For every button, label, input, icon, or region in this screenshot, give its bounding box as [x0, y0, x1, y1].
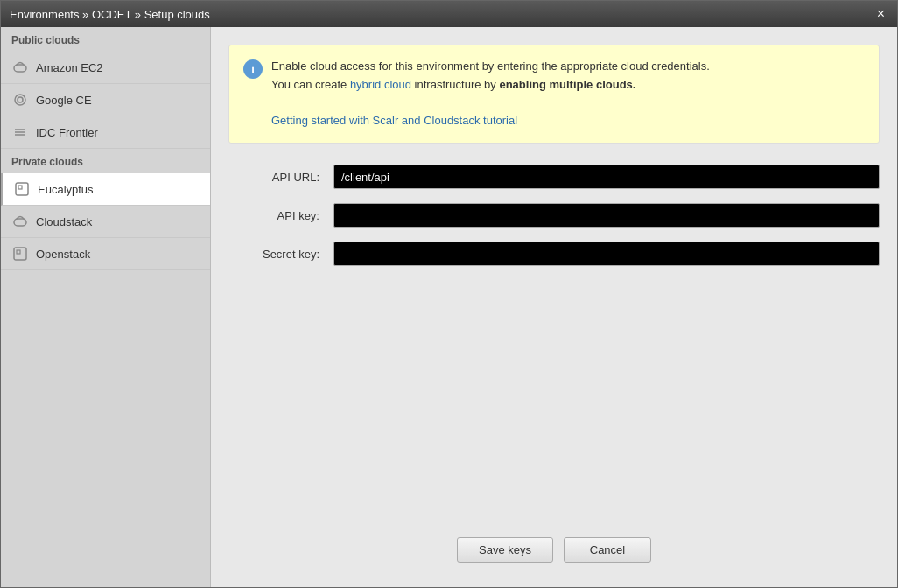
svg-point-2 [18, 97, 23, 102]
api-key-input[interactable] [333, 203, 880, 228]
info-bold: enabling multiple clouds. [499, 78, 635, 91]
api-key-label: API key: [228, 209, 333, 222]
sidebar-item-openstack[interactable]: Openstack [1, 238, 210, 270]
dialog-body: Public clouds Amazon EC2 Google CE IDC F… [1, 27, 897, 587]
secret-key-row: Secret key: [228, 242, 880, 266]
idc-frontier-icon [11, 123, 29, 141]
svg-rect-7 [18, 186, 22, 189]
sidebar-item-idc-frontier[interactable]: IDC Frontier [1, 116, 210, 149]
svg-point-1 [15, 94, 25, 105]
sidebar-item-eucalyptus[interactable]: Eucalyptus [1, 173, 210, 206]
api-url-row: API URL: [228, 164, 880, 189]
footer-buttons: Save keys Cancel [228, 523, 880, 570]
info-line1: Enable cloud access for this environment… [271, 60, 710, 73]
tutorial-link[interactable]: Getting started with Scalr and Cloudstac… [271, 114, 517, 127]
sidebar-item-label-openstack: Openstack [36, 248, 90, 261]
main-content: i Enable cloud access for this environme… [211, 27, 897, 587]
sidebar-item-amazon-ec2[interactable]: Amazon EC2 [1, 52, 210, 84]
info-icon: i [243, 60, 263, 79]
api-key-row: API key: [228, 203, 880, 228]
hybrid-cloud-link[interactable]: hybrid cloud [350, 78, 411, 91]
cloudstack-icon [11, 213, 29, 230]
svg-rect-10 [17, 250, 20, 254]
cancel-button[interactable]: Cancel [564, 537, 651, 563]
secret-key-label: Secret key: [228, 248, 333, 261]
secret-key-input[interactable] [333, 242, 880, 266]
info-line2-mid: infrastructure by [411, 78, 499, 91]
openstack-icon [11, 245, 29, 262]
api-url-input[interactable] [333, 164, 880, 189]
close-button[interactable]: × [873, 7, 888, 21]
private-clouds-header: Private clouds [1, 149, 210, 173]
api-url-label: API URL: [228, 171, 333, 184]
save-keys-button[interactable]: Save keys [457, 537, 553, 563]
dialog-title: Environments » OCDET » Setup clouds [10, 8, 210, 21]
sidebar-item-google-ce[interactable]: Google CE [1, 84, 210, 116]
svg-rect-0 [14, 65, 26, 72]
amazon-ec2-icon [11, 59, 29, 76]
eucalyptus-icon [13, 180, 31, 198]
sidebar-item-label-idc-frontier: IDC Frontier [36, 126, 98, 139]
sidebar: Public clouds Amazon EC2 Google CE IDC F… [1, 27, 211, 587]
sidebar-item-label-eucalyptus: Eucalyptus [38, 183, 94, 196]
public-clouds-header: Public clouds [1, 27, 210, 52]
setup-clouds-dialog: Environments » OCDET » Setup clouds × Pu… [0, 0, 898, 588]
dialog-titlebar: Environments » OCDET » Setup clouds × [1, 1, 897, 27]
sidebar-item-label-google-ce: Google CE [36, 94, 92, 107]
google-ce-icon [11, 91, 29, 108]
sidebar-item-label-cloudstack: Cloudstack [36, 215, 92, 228]
info-text: Enable cloud access for this environment… [271, 58, 710, 130]
info-line2-prefix: You can create [271, 78, 350, 91]
sidebar-item-label-amazon-ec2: Amazon EC2 [36, 61, 103, 74]
info-box: i Enable cloud access for this environme… [228, 45, 880, 144]
svg-rect-8 [14, 219, 26, 226]
sidebar-item-cloudstack[interactable]: Cloudstack [1, 206, 210, 238]
